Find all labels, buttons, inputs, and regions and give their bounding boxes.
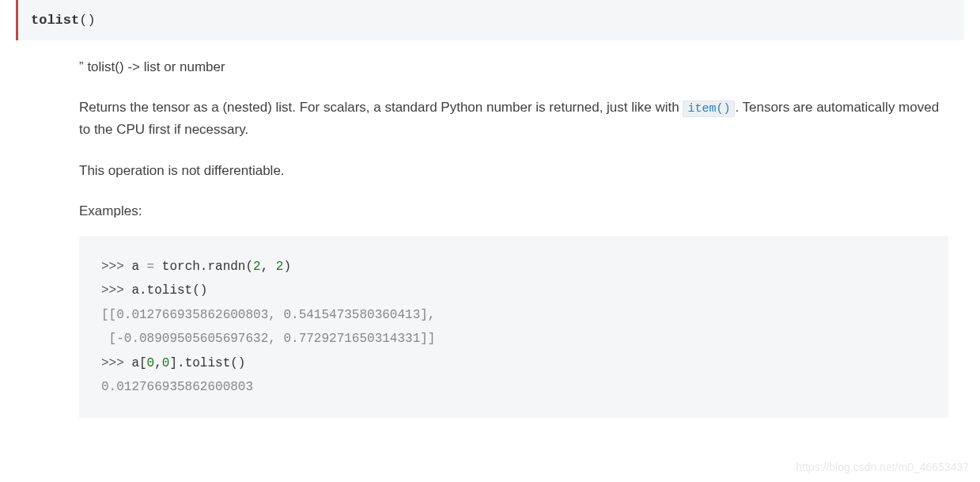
code-comma: , (154, 356, 162, 370)
inline-code-item[interactable]: item() (683, 101, 735, 117)
description-paragraph: Returns the tensor as a (nested) list. F… (79, 97, 948, 140)
signature-line: ” tolist() -> list or number (79, 56, 948, 78)
code-comma: , (261, 260, 276, 274)
code-var: a (131, 260, 139, 274)
method-content: ” tolist() -> list or number Returns the… (16, 56, 964, 418)
method-parens: () (79, 13, 95, 28)
code-index: 0 (147, 356, 155, 370)
method-header: tolist() (16, 0, 964, 40)
code-close: ) (283, 260, 291, 274)
code-num: 2 (253, 260, 261, 274)
method-name: tolist (31, 13, 79, 28)
code-expr: a.tolist() (131, 283, 207, 298)
code-output: [[0.012766935862600803, 0.54154735803604… (101, 308, 435, 322)
repl-prompt: >>> (101, 260, 131, 274)
code-op: = (139, 260, 162, 274)
description-part1: Returns the tensor as a (nested) list. F… (79, 100, 683, 115)
code-index: 0 (162, 356, 170, 370)
code-close: ].tolist() (169, 356, 245, 370)
repl-prompt: >>> (101, 356, 131, 370)
code-output: [-0.08909505605697632, 0.772927165031433… (101, 332, 435, 346)
code-output: 0.012766935862600803 (101, 380, 253, 394)
note-paragraph: This operation is not differentiable. (79, 160, 948, 181)
code-var: a[ (131, 356, 146, 370)
repl-prompt: >>> (101, 283, 131, 298)
examples-label: Examples: (79, 200, 948, 222)
code-call: torch.randn( (162, 260, 253, 274)
code-block: >>> a = torch.randn(2, 2) >>> a.tolist()… (79, 236, 948, 418)
